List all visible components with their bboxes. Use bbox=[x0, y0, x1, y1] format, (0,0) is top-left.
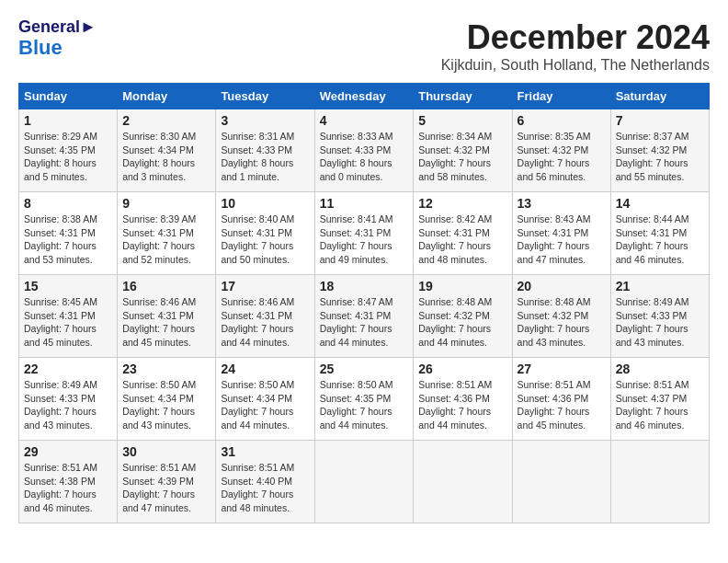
day-info: Sunrise: 8:50 AMSunset: 4:34 PMDaylight:… bbox=[221, 378, 309, 432]
day-number: 5 bbox=[418, 113, 506, 128]
day-number: 20 bbox=[518, 279, 606, 293]
calendar-week-row: 1Sunrise: 8:29 AMSunset: 4:35 PMDaylight… bbox=[19, 109, 710, 192]
calendar-day-cell: 15Sunrise: 8:45 AMSunset: 4:31 PMDayligh… bbox=[19, 275, 118, 358]
day-info: Sunrise: 8:35 AMSunset: 4:32 PMDaylight:… bbox=[518, 130, 606, 184]
logo-general: General► bbox=[18, 18, 97, 37]
day-info: Sunrise: 8:37 AMSunset: 4:32 PMDaylight:… bbox=[616, 130, 704, 184]
calendar-day-cell: 9Sunrise: 8:39 AMSunset: 4:31 PMDaylight… bbox=[118, 192, 216, 275]
calendar-day-cell: 8Sunrise: 8:38 AMSunset: 4:31 PMDaylight… bbox=[19, 192, 118, 275]
day-number: 31 bbox=[221, 444, 309, 459]
day-info: Sunrise: 8:51 AMSunset: 4:36 PMDaylight:… bbox=[418, 378, 506, 432]
day-number: 19 bbox=[418, 279, 506, 293]
calendar-week-row: 29Sunrise: 8:51 AMSunset: 4:38 PMDayligh… bbox=[19, 441, 710, 523]
calendar-day-cell: 20Sunrise: 8:48 AMSunset: 4:32 PMDayligh… bbox=[512, 275, 610, 358]
day-info: Sunrise: 8:43 AMSunset: 4:31 PMDaylight:… bbox=[518, 213, 606, 267]
day-info: Sunrise: 8:33 AMSunset: 4:33 PMDaylight:… bbox=[320, 130, 409, 184]
day-number: 28 bbox=[616, 362, 704, 376]
day-number: 26 bbox=[418, 362, 506, 376]
day-number: 18 bbox=[320, 279, 409, 293]
day-number: 2 bbox=[122, 113, 210, 128]
calendar-day-cell: 11Sunrise: 8:41 AMSunset: 4:31 PMDayligh… bbox=[314, 192, 414, 275]
calendar-day-cell bbox=[512, 441, 610, 523]
day-number: 9 bbox=[122, 196, 210, 211]
calendar-day-cell: 26Sunrise: 8:51 AMSunset: 4:36 PMDayligh… bbox=[414, 358, 512, 441]
day-info: Sunrise: 8:40 AMSunset: 4:31 PMDaylight:… bbox=[221, 213, 309, 267]
calendar-day-cell: 13Sunrise: 8:43 AMSunset: 4:31 PMDayligh… bbox=[512, 192, 610, 275]
weekday-header-cell: Monday bbox=[118, 84, 216, 109]
day-number: 12 bbox=[418, 196, 506, 211]
calendar-table: SundayMondayTuesdayWednesdayThursdayFrid… bbox=[18, 83, 710, 523]
day-info: Sunrise: 8:45 AMSunset: 4:31 PMDaylight:… bbox=[24, 295, 112, 350]
page-header: General► Blue December 2024 Kijkduin, So… bbox=[18, 18, 710, 74]
day-info: Sunrise: 8:41 AMSunset: 4:31 PMDaylight:… bbox=[320, 213, 409, 267]
day-info: Sunrise: 8:39 AMSunset: 4:31 PMDaylight:… bbox=[122, 213, 210, 267]
day-info: Sunrise: 8:51 AMSunset: 4:39 PMDaylight:… bbox=[122, 461, 210, 515]
day-info: Sunrise: 8:50 AMSunset: 4:34 PMDaylight:… bbox=[122, 378, 210, 432]
day-info: Sunrise: 8:46 AMSunset: 4:31 PMDaylight:… bbox=[221, 295, 309, 350]
day-number: 24 bbox=[221, 362, 309, 376]
day-info: Sunrise: 8:51 AMSunset: 4:38 PMDaylight:… bbox=[24, 461, 112, 515]
calendar-day-cell: 6Sunrise: 8:35 AMSunset: 4:32 PMDaylight… bbox=[512, 109, 610, 192]
calendar-week-row: 15Sunrise: 8:45 AMSunset: 4:31 PMDayligh… bbox=[19, 275, 710, 358]
day-info: Sunrise: 8:34 AMSunset: 4:32 PMDaylight:… bbox=[418, 130, 506, 184]
calendar-day-cell: 5Sunrise: 8:34 AMSunset: 4:32 PMDaylight… bbox=[414, 109, 512, 192]
day-info: Sunrise: 8:50 AMSunset: 4:35 PMDaylight:… bbox=[320, 378, 409, 432]
calendar-day-cell: 7Sunrise: 8:37 AMSunset: 4:32 PMDaylight… bbox=[610, 109, 709, 192]
calendar-day-cell: 29Sunrise: 8:51 AMSunset: 4:38 PMDayligh… bbox=[19, 441, 118, 523]
day-number: 3 bbox=[221, 113, 309, 128]
day-number: 4 bbox=[320, 113, 409, 128]
day-number: 11 bbox=[320, 196, 409, 211]
calendar-day-cell: 25Sunrise: 8:50 AMSunset: 4:35 PMDayligh… bbox=[314, 358, 414, 441]
weekday-header-row: SundayMondayTuesdayWednesdayThursdayFrid… bbox=[19, 84, 710, 109]
day-info: Sunrise: 8:49 AMSunset: 4:33 PMDaylight:… bbox=[616, 295, 704, 350]
day-number: 21 bbox=[616, 279, 704, 293]
day-number: 22 bbox=[24, 362, 112, 376]
day-info: Sunrise: 8:31 AMSunset: 4:33 PMDaylight:… bbox=[221, 130, 309, 184]
calendar-day-cell: 31Sunrise: 8:51 AMSunset: 4:40 PMDayligh… bbox=[216, 441, 314, 523]
calendar-day-cell: 3Sunrise: 8:31 AMSunset: 4:33 PMDaylight… bbox=[216, 109, 314, 192]
day-number: 25 bbox=[320, 362, 409, 376]
month-title: December 2024 bbox=[441, 18, 710, 57]
weekday-header-cell: Saturday bbox=[610, 84, 709, 109]
calendar-day-cell: 17Sunrise: 8:46 AMSunset: 4:31 PMDayligh… bbox=[216, 275, 314, 358]
day-number: 7 bbox=[616, 113, 704, 128]
weekday-header-cell: Friday bbox=[512, 84, 610, 109]
day-number: 6 bbox=[518, 113, 606, 128]
day-number: 30 bbox=[122, 444, 210, 459]
calendar-day-cell: 24Sunrise: 8:50 AMSunset: 4:34 PMDayligh… bbox=[216, 358, 314, 441]
day-number: 1 bbox=[24, 113, 112, 128]
weekday-header-cell: Sunday bbox=[19, 84, 118, 109]
day-info: Sunrise: 8:44 AMSunset: 4:31 PMDaylight:… bbox=[616, 213, 704, 267]
calendar-day-cell: 4Sunrise: 8:33 AMSunset: 4:33 PMDaylight… bbox=[314, 109, 414, 192]
day-info: Sunrise: 8:42 AMSunset: 4:31 PMDaylight:… bbox=[418, 213, 506, 267]
day-number: 16 bbox=[122, 279, 210, 293]
calendar-day-cell: 12Sunrise: 8:42 AMSunset: 4:31 PMDayligh… bbox=[414, 192, 512, 275]
calendar-day-cell: 18Sunrise: 8:47 AMSunset: 4:31 PMDayligh… bbox=[314, 275, 414, 358]
day-number: 15 bbox=[24, 279, 112, 293]
day-number: 17 bbox=[221, 279, 309, 293]
weekday-header-cell: Wednesday bbox=[314, 84, 414, 109]
logo-blue: Blue bbox=[18, 37, 97, 59]
day-number: 10 bbox=[221, 196, 309, 211]
day-info: Sunrise: 8:51 AMSunset: 4:40 PMDaylight:… bbox=[221, 461, 309, 515]
location-title: Kijkduin, South Holland, The Netherlands bbox=[441, 57, 710, 74]
day-info: Sunrise: 8:30 AMSunset: 4:34 PMDaylight:… bbox=[122, 130, 210, 184]
day-number: 27 bbox=[518, 362, 606, 376]
day-info: Sunrise: 8:29 AMSunset: 4:35 PMDaylight:… bbox=[24, 130, 112, 184]
day-number: 14 bbox=[616, 196, 704, 211]
day-number: 8 bbox=[24, 196, 112, 211]
day-info: Sunrise: 8:47 AMSunset: 4:31 PMDaylight:… bbox=[320, 295, 409, 350]
day-info: Sunrise: 8:51 AMSunset: 4:37 PMDaylight:… bbox=[616, 378, 704, 432]
calendar-week-row: 8Sunrise: 8:38 AMSunset: 4:31 PMDaylight… bbox=[19, 192, 710, 275]
logo: General► Blue bbox=[18, 18, 97, 59]
calendar-day-cell bbox=[314, 441, 414, 523]
day-info: Sunrise: 8:51 AMSunset: 4:36 PMDaylight:… bbox=[518, 378, 606, 432]
day-info: Sunrise: 8:49 AMSunset: 4:33 PMDaylight:… bbox=[24, 378, 112, 432]
title-area: December 2024 Kijkduin, South Holland, T… bbox=[441, 18, 710, 74]
calendar-day-cell: 2Sunrise: 8:30 AMSunset: 4:34 PMDaylight… bbox=[118, 109, 216, 192]
day-info: Sunrise: 8:48 AMSunset: 4:32 PMDaylight:… bbox=[418, 295, 506, 350]
calendar-week-row: 22Sunrise: 8:49 AMSunset: 4:33 PMDayligh… bbox=[19, 358, 710, 441]
calendar-day-cell: 14Sunrise: 8:44 AMSunset: 4:31 PMDayligh… bbox=[610, 192, 709, 275]
day-info: Sunrise: 8:48 AMSunset: 4:32 PMDaylight:… bbox=[518, 295, 606, 350]
calendar-day-cell: 19Sunrise: 8:48 AMSunset: 4:32 PMDayligh… bbox=[414, 275, 512, 358]
